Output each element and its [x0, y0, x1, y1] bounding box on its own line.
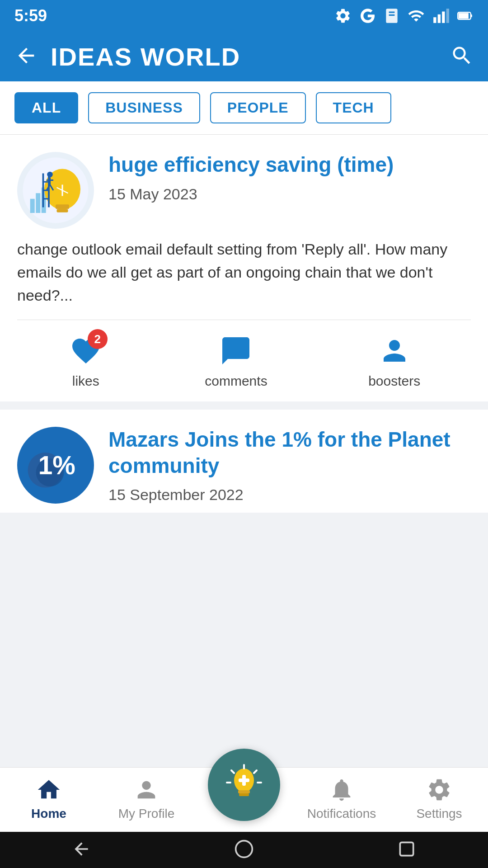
- nav-profile-label: My Profile: [118, 807, 174, 821]
- planet-logo: 1%: [21, 430, 91, 500]
- android-nav: [0, 832, 488, 868]
- svg-rect-16: [56, 204, 69, 209]
- svg-rect-6: [446, 9, 449, 23]
- app-bar-left: IDEAS WORLD: [14, 42, 240, 71]
- article-thumb-2: 1%: [17, 427, 94, 504]
- svg-text:1%: 1%: [38, 451, 75, 479]
- back-button[interactable]: [14, 44, 38, 69]
- wifi-icon: [408, 7, 425, 24]
- svg-rect-4: [438, 14, 441, 23]
- android-recent-btn[interactable]: [397, 839, 417, 861]
- battery-icon: [456, 7, 474, 24]
- fab-button[interactable]: [208, 749, 280, 821]
- article-title-1[interactable]: huge efficiency saving (time): [108, 152, 471, 178]
- app-title: IDEAS WORLD: [51, 42, 240, 71]
- comments-icon-wrap: [218, 333, 254, 369]
- svg-point-25: [47, 172, 53, 178]
- bell-icon: [328, 777, 355, 803]
- status-time: 5:59: [14, 6, 47, 25]
- article-info-2: Mazars Joins the 1% for the Planet commu…: [108, 427, 471, 504]
- nav-home-label: Home: [31, 807, 66, 821]
- nav-profile[interactable]: My Profile: [98, 777, 195, 821]
- search-button[interactable]: [450, 44, 474, 69]
- likes-badge: 2: [88, 329, 108, 349]
- article-actions-1: 2 likes comments bo: [0, 320, 488, 401]
- svg-rect-3: [433, 17, 436, 23]
- home-icon: [36, 777, 62, 803]
- filter-tab-tech[interactable]: TECH: [316, 92, 391, 123]
- nav-home[interactable]: Home: [0, 777, 98, 821]
- likes-label: likes: [72, 373, 99, 389]
- main-content: huge efficiency saving (time) 15 May 202…: [0, 135, 488, 647]
- comments-button[interactable]: comments: [205, 333, 267, 389]
- likes-icon-wrap: 2: [68, 333, 104, 369]
- svg-line-40: [254, 770, 257, 773]
- filter-tab-business[interactable]: BUSINESS: [88, 92, 200, 123]
- status-icons: [334, 7, 474, 24]
- boosters-icon-wrap: [376, 333, 413, 369]
- filter-tab-all[interactable]: ALL: [14, 92, 78, 123]
- fab-lightbulb-icon: [221, 762, 267, 807]
- person-icon: [378, 335, 411, 367]
- svg-rect-35: [238, 790, 250, 793]
- svg-rect-17: [57, 209, 68, 212]
- boosters-label: boosters: [368, 373, 420, 389]
- svg-rect-11: [30, 199, 35, 213]
- filter-tabs: ALL BUSINESS PEOPLE TECH: [0, 81, 488, 135]
- svg-rect-2: [389, 14, 395, 16]
- storage-icon: [383, 7, 400, 24]
- boosters-button[interactable]: boosters: [368, 333, 420, 389]
- svg-rect-8: [459, 13, 469, 19]
- svg-point-44: [236, 841, 253, 858]
- article-thumb-1: [17, 152, 94, 229]
- app-bar: IDEAS WORLD: [0, 32, 488, 81]
- svg-rect-5: [442, 12, 445, 23]
- article-date-1: 15 May 2023: [108, 185, 471, 203]
- svg-rect-36: [239, 793, 249, 796]
- article-info-1: huge efficiency saving (time) 15 May 202…: [108, 152, 471, 203]
- settings-icon: [426, 777, 452, 803]
- article-header-2: 1% Mazars Joins the 1% for the Planet co…: [0, 410, 488, 513]
- nav-fab[interactable]: [195, 749, 293, 821]
- likes-button[interactable]: 2 likes: [68, 333, 104, 389]
- status-bar: 5:59: [0, 0, 488, 32]
- signal-icon: [432, 7, 449, 24]
- comments-label: comments: [205, 373, 267, 389]
- svg-line-42: [231, 770, 234, 773]
- google-icon: [359, 7, 376, 24]
- nav-notifications[interactable]: Notifications: [293, 777, 390, 821]
- article-header-1: huge efficiency saving (time) 15 May 202…: [0, 135, 488, 238]
- svg-rect-12: [36, 193, 40, 213]
- svg-rect-9: [471, 14, 472, 17]
- article-excerpt-1: change outlook email default setting fro…: [0, 238, 488, 320]
- article-card-1: huge efficiency saving (time) 15 May 202…: [0, 135, 488, 401]
- lightbulb-illustration: [22, 156, 89, 224]
- article-title-2[interactable]: Mazars Joins the 1% for the Planet commu…: [108, 427, 471, 479]
- svg-rect-1: [389, 12, 395, 13]
- android-home-btn[interactable]: [234, 839, 254, 861]
- filter-tab-people[interactable]: PEOPLE: [210, 92, 306, 123]
- profile-icon: [133, 777, 160, 803]
- nav-notifications-label: Notifications: [307, 807, 376, 821]
- nav-settings[interactable]: Settings: [390, 777, 488, 821]
- android-back-btn[interactable]: [71, 839, 91, 861]
- svg-rect-45: [400, 842, 413, 855]
- nav-settings-label: Settings: [416, 807, 462, 821]
- bottom-nav: Home My Profile: [0, 767, 488, 832]
- article-card-2: 1% Mazars Joins the 1% for the Planet co…: [0, 410, 488, 513]
- comment-icon: [220, 335, 252, 367]
- article-date-2: 15 September 2022: [108, 486, 471, 504]
- gear-icon: [334, 7, 352, 24]
- svg-rect-38: [239, 778, 249, 782]
